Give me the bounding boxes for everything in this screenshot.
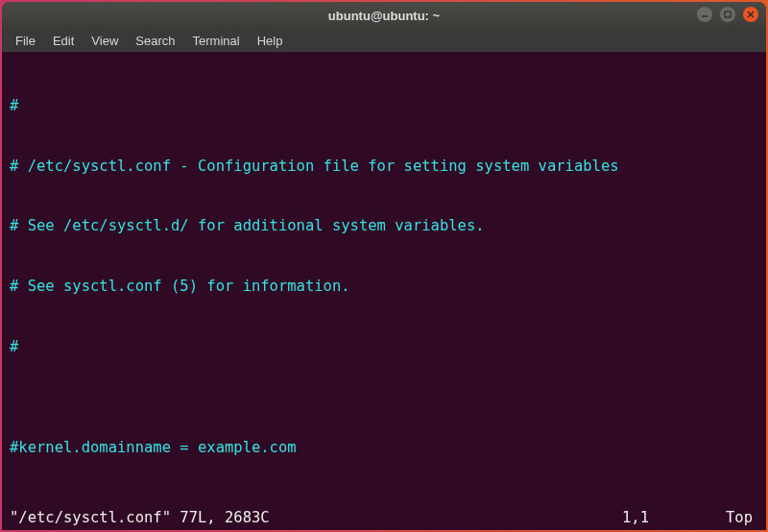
file-line: # /etc/sysctl.conf - Configuration file … xyxy=(10,157,758,177)
maximize-button[interactable] xyxy=(720,7,735,22)
vim-status-line: "/etc/sysctl.conf" 77L, 2683C 1,1 Top xyxy=(10,508,758,528)
menu-help[interactable]: Help xyxy=(250,32,291,50)
window-controls xyxy=(697,7,758,22)
file-line: # See sysctl.conf (5) for information. xyxy=(10,277,758,297)
status-spacer xyxy=(270,508,622,528)
menu-edit[interactable]: Edit xyxy=(45,32,82,50)
terminal-window: ubuntu@ubuntu: ~ File Edit View Search T… xyxy=(2,2,766,530)
menu-view[interactable]: View xyxy=(84,32,126,50)
menu-file[interactable]: File xyxy=(8,32,43,50)
file-line: #kernel.domainname = example.com xyxy=(10,438,758,458)
titlebar: ubuntu@ubuntu: ~ xyxy=(2,2,766,29)
terminal-body[interactable]: # # /etc/sysctl.conf - Configuration fil… xyxy=(2,52,766,530)
svg-rect-1 xyxy=(725,12,731,17)
file-line: # xyxy=(10,337,758,357)
menubar: File Edit View Search Terminal Help xyxy=(2,29,766,52)
status-file-info: "/etc/sysctl.conf" 77L, 2683C xyxy=(10,508,270,528)
file-line: # xyxy=(10,96,758,116)
menu-terminal[interactable]: Terminal xyxy=(185,32,248,50)
status-scroll-position: Top xyxy=(726,508,758,528)
minimize-button[interactable] xyxy=(697,7,712,22)
menu-search[interactable]: Search xyxy=(128,32,182,50)
file-line: # See /etc/sysctl.d/ for additional syst… xyxy=(10,216,758,236)
window-title: ubuntu@ubuntu: ~ xyxy=(328,9,440,23)
status-cursor-position: 1,1 xyxy=(622,508,649,528)
close-button[interactable] xyxy=(743,7,758,22)
